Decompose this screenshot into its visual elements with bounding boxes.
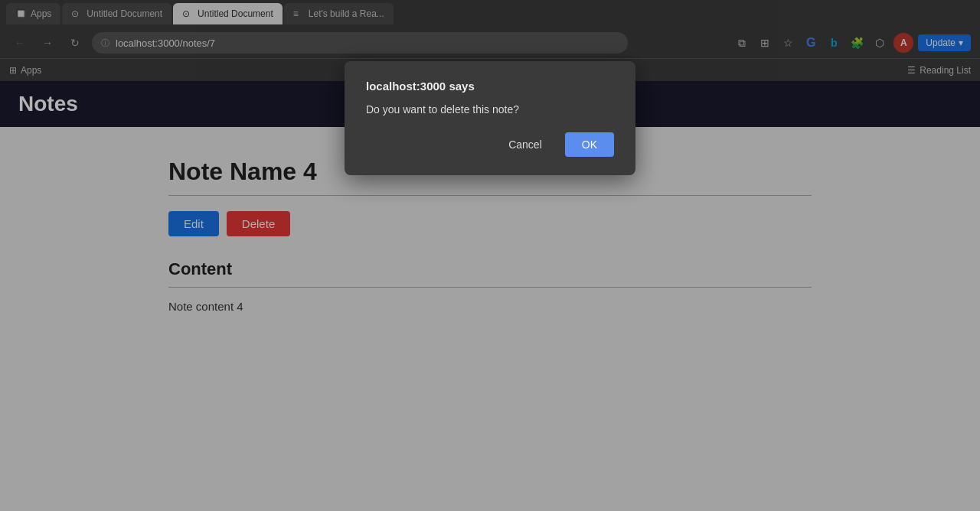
dialog-title: localhost:3000 says xyxy=(366,80,614,93)
dialog-message: Do you want to delete this note? xyxy=(366,103,614,116)
dialog-box: localhost:3000 says Do you want to delet… xyxy=(345,61,635,175)
dialog-cancel-button[interactable]: Cancel xyxy=(495,132,556,157)
dialog-overlay: localhost:3000 says Do you want to delet… xyxy=(0,0,980,511)
dialog-ok-button[interactable]: OK xyxy=(565,132,614,157)
dialog-buttons: Cancel OK xyxy=(366,132,614,157)
